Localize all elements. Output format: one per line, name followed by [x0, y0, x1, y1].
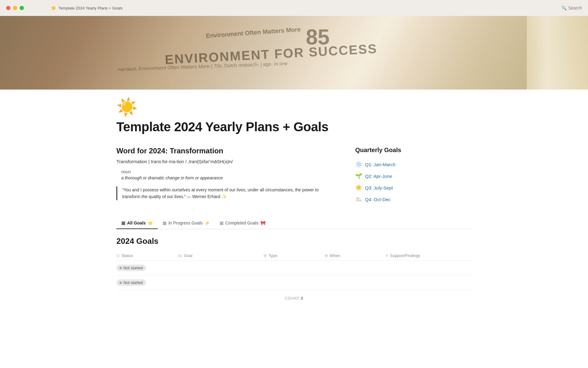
row1-status-badge: Not started — [116, 265, 146, 271]
support-col-icon: ≡ — [386, 253, 388, 258]
quarterly-goals-section: Quarterly Goals ❄️ Q1: Jan-March 🌱 Q2: A… — [355, 147, 472, 205]
blockquote: “You and I possess within ourselves at e… — [116, 186, 331, 200]
goals-tabs: ▦ All Goals ⭐ ▦ In Progress Goals ⚡ ▦ Co… — [116, 217, 472, 229]
row1-status-cell: Not started — [116, 265, 178, 271]
word-pronunciation: Transformation | trans·for·ma·tion / ˌtr… — [116, 159, 331, 164]
q1-icon: ❄️ — [355, 161, 362, 168]
quarterly-goals-list: ❄️ Q1: Jan-March 🌱 Q2: Apr-June ☀️ Q3: J… — [355, 159, 472, 205]
count-row: COUNT 3 — [116, 290, 472, 307]
page-header: ☀️ Template 2024 Yearly Plans + Goals — [116, 90, 472, 134]
row2-status-dot — [119, 282, 122, 284]
table-row[interactable]: Not started — [116, 261, 472, 275]
q4-icon: 🌥️ — [355, 196, 362, 203]
q4-label: Q4: Oct-Dec — [365, 197, 390, 202]
tab-in-progress-emoji: ⚡ — [205, 220, 210, 225]
tab-completed-label: Completed Goals — [225, 220, 258, 225]
tab-completed-icon: ▦ — [220, 220, 224, 225]
q3-icon: ☀️ — [355, 184, 362, 191]
breadcrumb: ☀️ Template 2024 Yearly Plans + Goals — [51, 6, 123, 10]
traffic-light-red[interactable] — [6, 6, 10, 10]
tab-all-goals-emoji: ⭐ — [148, 220, 153, 225]
q2-icon: 🌱 — [355, 173, 362, 179]
quarterly-goals-heading: Quarterly Goals — [355, 147, 472, 154]
support-col-label: Support/Findings — [390, 253, 420, 258]
row2-status-text: Not started — [123, 280, 143, 285]
word-pos: noun — [116, 169, 331, 174]
traffic-light-yellow[interactable] — [13, 6, 17, 10]
when-col-icon: ⊕ — [325, 253, 328, 258]
traffic-light-green[interactable] — [20, 6, 24, 10]
col-header-when: ⊕ When — [325, 253, 386, 258]
col-header-type: ⊕ Type — [263, 253, 325, 258]
two-col-layout: Word for 2024: Transformation Transforma… — [116, 147, 472, 205]
col-header-goal: Aa Goal — [178, 253, 263, 258]
breadcrumb-text: Template 2024 Yearly Plans + Goals — [58, 6, 123, 10]
row1-status-dot — [119, 267, 122, 269]
quarterly-item-q3[interactable]: ☀️ Q3: July-Sept — [355, 182, 472, 194]
count-label: COUNT — [285, 296, 299, 301]
tab-all-goals-icon: ▦ — [121, 220, 125, 225]
traffic-lights: ☀️ Template 2024 Yearly Plans + Goals 🔍 … — [0, 0, 588, 16]
type-col-label: Type — [269, 253, 277, 258]
goal-col-icon: Aa — [178, 254, 182, 258]
col-header-support: ≡ Support/Findings — [386, 253, 472, 258]
word-section: Word for 2024: Transformation Transforma… — [116, 147, 331, 205]
q1-label: Q1: Jan-March — [365, 162, 395, 167]
word-heading: Word for 2024: Transformation — [116, 147, 331, 155]
row2-status-cell: Not started — [116, 279, 178, 286]
row2-status-badge: Not started — [116, 279, 146, 286]
search-icon: 🔍 — [561, 6, 567, 10]
page-icon: ☀️ — [116, 97, 472, 117]
row1-status-text: Not started — [123, 266, 143, 270]
quarterly-item-q1[interactable]: ❄️ Q1: Jan-March — [355, 159, 472, 170]
search-label[interactable]: Search — [568, 6, 582, 10]
tab-all-goals-label: All Goals — [127, 220, 146, 225]
page-content: ☀️ Template 2024 Yearly Plans + Goals Wo… — [80, 90, 508, 307]
type-col-icon: ⊕ — [263, 253, 267, 258]
status-col-label: Status — [122, 253, 133, 258]
tab-in-progress-label: In Progress Goals — [168, 220, 203, 225]
status-col-icon: ⊙ — [116, 253, 120, 258]
search-button[interactable]: 🔍 Search — [561, 6, 582, 10]
tab-completed-goals[interactable]: ▦ Completed Goals 🎀 — [215, 217, 270, 229]
goals-section: 2024 Goals ⊙ Status Aa Goal ⊕ Type ⊕ Whe… — [116, 236, 472, 307]
quarterly-item-q2[interactable]: 🌱 Q2: Apr-June — [355, 170, 472, 182]
col-header-status: ⊙ Status — [116, 253, 178, 258]
tab-in-progress-icon: ▦ — [163, 220, 167, 225]
goal-col-label: Goal — [184, 253, 192, 258]
tab-all-goals[interactable]: ▦ All Goals ⭐ — [116, 217, 158, 229]
quarterly-item-q4[interactable]: 🌥️ Q4: Oct-Dec — [355, 194, 472, 205]
tab-in-progress-goals[interactable]: ▦ In Progress Goals ⚡ — [158, 217, 215, 229]
table-row[interactable]: Not started — [116, 275, 472, 290]
tab-completed-emoji: 🎀 — [260, 220, 266, 225]
page-title: Template 2024 Yearly Plans + Goals — [116, 120, 472, 134]
word-definition: a thorough or dramatic change in form or… — [116, 175, 331, 180]
breadcrumb-icon: ☀️ — [51, 6, 56, 10]
cover-stripe — [527, 16, 588, 90]
table-header: ⊙ Status Aa Goal ⊕ Type ⊕ When ≡ Support… — [116, 251, 472, 261]
cover-image: Environment Often Matters More 85 ENVIRO… — [0, 16, 588, 90]
q3-label: Q3: July-Sept — [365, 185, 393, 190]
quote-text: “You and I possess within ourselves at e… — [122, 186, 331, 200]
q2-label: Q2: Apr-June — [365, 174, 392, 179]
when-col-label: When — [330, 253, 340, 258]
goals-heading: 2024 Goals — [116, 236, 472, 246]
count-value: 3 — [301, 296, 303, 301]
